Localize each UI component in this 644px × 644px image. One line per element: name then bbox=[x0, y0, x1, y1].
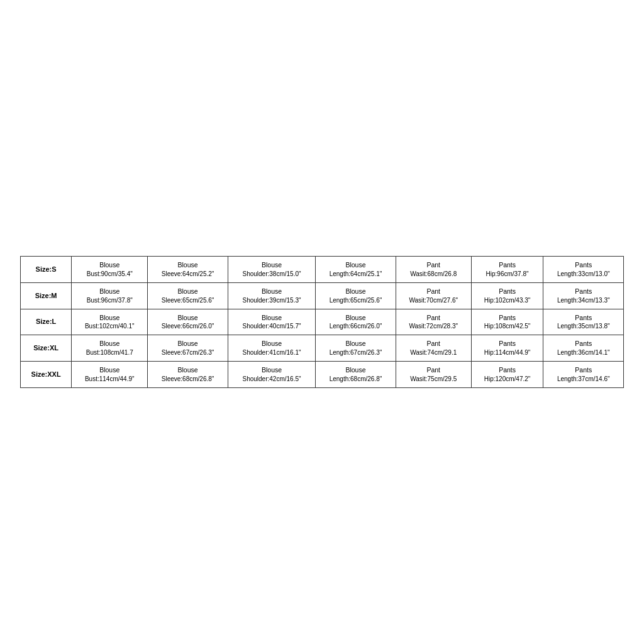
measurement-cell: BlouseSleeve:64cm/25.2" bbox=[148, 257, 228, 283]
measurement-cell: PantsLength:35cm/13.8" bbox=[543, 309, 624, 335]
cell-label: Blouse bbox=[153, 339, 222, 348]
measurement-cell: BlouseLength:68cm/26.8" bbox=[316, 362, 396, 388]
measurement-cell: BlouseBust:108cm/41.7 bbox=[72, 335, 148, 362]
cell-label: Blouse bbox=[153, 313, 222, 323]
cell-value: Shoulder:42cm/16.5" bbox=[233, 375, 310, 384]
cell-value: Length:37cm/14.6" bbox=[548, 375, 618, 384]
measurement-cell: PantWasit:74cm/29.1 bbox=[396, 335, 471, 362]
measurement-cell: BlouseSleeve:68cm/26.8" bbox=[148, 362, 228, 388]
cell-label: Blouse bbox=[321, 339, 390, 348]
measurement-cell: PantWasit:70cm/27.6" bbox=[396, 282, 471, 309]
size-chart-table: Size:SBlouseBust:90cm/35.4"BlouseSleeve:… bbox=[20, 256, 624, 387]
table-row: Size:SBlouseBust:90cm/35.4"BlouseSleeve:… bbox=[21, 257, 624, 283]
measurement-cell: BlouseLength:67cm/26.3" bbox=[316, 335, 396, 362]
cell-label: Pants bbox=[477, 365, 538, 375]
measurement-cell: PantsLength:37cm/14.6" bbox=[543, 362, 624, 388]
measurement-cell: BlouseBust:96cm/37.8" bbox=[72, 282, 148, 309]
cell-label: Pant bbox=[401, 339, 466, 348]
measurement-cell: BlouseBust:90cm/35.4" bbox=[72, 257, 148, 283]
table-row: Size:LBlouseBust:102cm/40.1"BlouseSleeve… bbox=[21, 309, 624, 335]
measurement-cell: PantWasit:68cm/26.8 bbox=[396, 257, 471, 283]
cell-label: Pant bbox=[401, 313, 466, 323]
cell-label: Blouse bbox=[233, 339, 310, 348]
table-row: Size:XXLBlouseBust:114cm/44.9"BlouseSlee… bbox=[21, 362, 624, 388]
cell-value: Shoulder:40cm/15.7" bbox=[233, 322, 310, 331]
measurement-cell: PantsHip:96cm/37.8" bbox=[471, 257, 543, 283]
cell-value: Length:64cm/25.1" bbox=[321, 270, 390, 279]
cell-value: Sleeve:65cm/25.6" bbox=[153, 296, 222, 305]
measurement-cell: BlouseBust:102cm/40.1" bbox=[72, 309, 148, 335]
size-cell: Size:XL bbox=[21, 335, 72, 362]
cell-value: Sleeve:67cm/26.3" bbox=[153, 348, 222, 357]
measurement-cell: PantsHip:114cm/44.9" bbox=[471, 335, 543, 362]
cell-value: Bust:102cm/40.1" bbox=[77, 322, 142, 331]
cell-value: Wasit:68cm/26.8 bbox=[401, 270, 466, 279]
cell-value: Hip:114cm/44.9" bbox=[477, 348, 538, 357]
cell-value: Wasit:70cm/27.6" bbox=[401, 296, 466, 305]
cell-label: Blouse bbox=[153, 260, 222, 270]
measurement-cell: PantsLength:33cm/13.0" bbox=[543, 257, 624, 283]
cell-value: Length:36cm/14.1" bbox=[548, 348, 618, 357]
cell-label: Blouse bbox=[321, 365, 390, 375]
measurement-cell: BlouseShoulder:38cm/15.0" bbox=[228, 257, 315, 283]
size-cell: Size:XXL bbox=[21, 362, 72, 388]
size-chart-container: Size:SBlouseBust:90cm/35.4"BlouseSleeve:… bbox=[20, 256, 624, 387]
cell-value: Hip:108cm/42.5" bbox=[477, 322, 538, 331]
cell-label: Pants bbox=[477, 313, 538, 323]
cell-value: Shoulder:39cm/15.3" bbox=[233, 296, 310, 305]
cell-value: Hip:102cm/43.3" bbox=[477, 296, 538, 305]
cell-value: Bust:90cm/35.4" bbox=[77, 270, 142, 279]
cell-value: Bust:108cm/41.7 bbox=[77, 348, 142, 357]
cell-label: Blouse bbox=[77, 339, 142, 348]
cell-label: Pants bbox=[548, 365, 618, 375]
cell-label: Pants bbox=[548, 287, 618, 296]
cell-label: Pants bbox=[548, 260, 618, 270]
cell-value: Shoulder:38cm/15.0" bbox=[233, 270, 310, 279]
cell-label: Pants bbox=[477, 260, 538, 270]
cell-label: Blouse bbox=[153, 365, 222, 375]
measurement-cell: PantsHip:102cm/43.3" bbox=[471, 282, 543, 309]
cell-label: Pant bbox=[401, 287, 466, 296]
measurement-cell: PantWasit:72cm/28.3" bbox=[396, 309, 471, 335]
measurement-cell: BlouseLength:64cm/25.1" bbox=[316, 257, 396, 283]
measurement-cell: PantsHip:108cm/42.5" bbox=[471, 309, 543, 335]
cell-value: Wasit:75cm/29.5 bbox=[401, 375, 466, 384]
cell-label: Pants bbox=[477, 287, 538, 296]
cell-value: Hip:96cm/37.8" bbox=[477, 270, 538, 279]
table-row: Size:XLBlouseBust:108cm/41.7BlouseSleeve… bbox=[21, 335, 624, 362]
cell-label: Blouse bbox=[321, 287, 390, 296]
cell-label: Blouse bbox=[233, 287, 310, 296]
table-row: Size:MBlouseBust:96cm/37.8"BlouseSleeve:… bbox=[21, 282, 624, 309]
measurement-cell: BlouseShoulder:42cm/16.5" bbox=[228, 362, 315, 388]
cell-label: Blouse bbox=[233, 365, 310, 375]
cell-label: Pants bbox=[548, 339, 618, 348]
measurement-cell: PantsLength:34cm/13.3" bbox=[543, 282, 624, 309]
measurement-cell: PantsLength:36cm/14.1" bbox=[543, 335, 624, 362]
cell-label: Blouse bbox=[153, 287, 222, 296]
cell-label: Pant bbox=[401, 365, 466, 375]
cell-label: Blouse bbox=[77, 313, 142, 323]
measurement-cell: PantsHip:120cm/47.2" bbox=[471, 362, 543, 388]
measurement-cell: BlouseShoulder:41cm/16.1" bbox=[228, 335, 315, 362]
cell-value: Length:67cm/26.3" bbox=[321, 348, 390, 357]
cell-label: Pants bbox=[548, 313, 618, 323]
measurement-cell: BlouseSleeve:66cm/26.0" bbox=[148, 309, 228, 335]
cell-label: Blouse bbox=[233, 260, 310, 270]
measurement-cell: BlouseLength:65cm/25.6" bbox=[316, 282, 396, 309]
measurement-cell: BlouseBust:114cm/44.9" bbox=[72, 362, 148, 388]
cell-value: Length:65cm/25.6" bbox=[321, 296, 390, 305]
cell-label: Blouse bbox=[233, 313, 310, 323]
cell-value: Length:35cm/13.8" bbox=[548, 322, 618, 331]
cell-label: Pants bbox=[477, 339, 538, 348]
size-cell: Size:L bbox=[21, 309, 72, 335]
cell-value: Hip:120cm/47.2" bbox=[477, 375, 538, 384]
cell-value: Bust:96cm/37.8" bbox=[77, 296, 142, 305]
measurement-cell: BlouseShoulder:40cm/15.7" bbox=[228, 309, 315, 335]
cell-value: Sleeve:66cm/26.0" bbox=[153, 322, 222, 331]
cell-label: Blouse bbox=[321, 313, 390, 323]
cell-value: Length:66cm/26.0" bbox=[321, 322, 390, 331]
cell-value: Sleeve:64cm/25.2" bbox=[153, 270, 222, 279]
cell-value: Length:33cm/13.0" bbox=[548, 270, 618, 279]
cell-value: Length:34cm/13.3" bbox=[548, 296, 618, 305]
measurement-cell: BlouseSleeve:65cm/25.6" bbox=[148, 282, 228, 309]
